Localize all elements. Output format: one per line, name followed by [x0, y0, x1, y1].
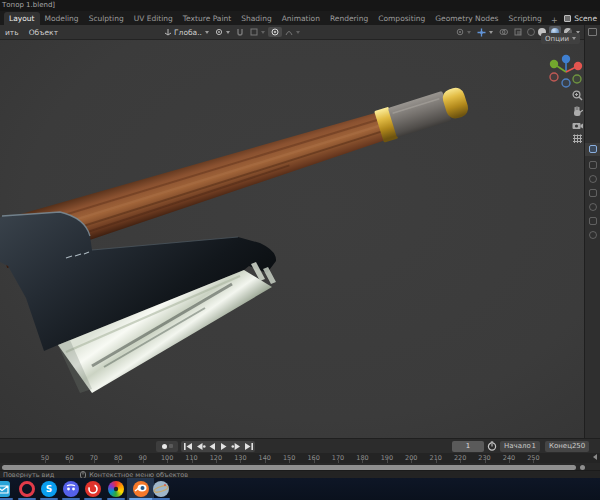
current-frame-value: 1 — [466, 442, 470, 450]
frame-end-field[interactable]: Конец 250 — [545, 441, 589, 452]
properties-tab-tool[interactable] — [589, 145, 597, 153]
discord-app-icon[interactable] — [63, 481, 79, 497]
tab-geometry-nodes[interactable]: Geometry Nodes — [430, 12, 503, 25]
orientation-axes-icon — [164, 28, 172, 36]
pan-hand-icon[interactable] — [571, 105, 584, 118]
workspace-tabs: LayoutModelingSculptingUV EditingTexture… — [0, 11, 562, 25]
orientation-dropdown[interactable]: Глоба.. — [161, 27, 212, 38]
chevron-down-icon — [296, 31, 300, 34]
xray-toggle[interactable] — [511, 27, 525, 37]
tab-rendering[interactable]: Rendering — [325, 12, 373, 25]
gizmo-x-neg[interactable] — [550, 73, 558, 81]
chevron-down-icon — [489, 31, 493, 34]
current-frame-field[interactable]: 1 — [452, 441, 484, 452]
frame-start-field[interactable]: Начало 1 — [500, 441, 540, 452]
prev-keyframe-button[interactable] — [194, 441, 206, 452]
tab-modeling[interactable]: Modeling — [40, 12, 84, 25]
windows-taskbar: S — [0, 478, 600, 500]
tab-sculpting[interactable]: Sculpting — [84, 12, 129, 25]
scene-selector[interactable]: Scene — [564, 12, 597, 24]
tab-layout[interactable]: Layout — [4, 12, 40, 25]
gizmos-dropdown[interactable] — [474, 27, 496, 38]
gizmo-y-axis[interactable] — [550, 60, 558, 68]
editor-type-icon[interactable] — [588, 28, 597, 36]
skype-app-icon[interactable]: S — [41, 481, 57, 497]
gizmo-z-axis[interactable] — [562, 55, 570, 63]
options-dropdown[interactable]: Опции — [541, 33, 580, 44]
xray-icon — [514, 28, 522, 36]
window-title: Топор 1.blend] — [2, 1, 55, 9]
overlays-icon — [499, 28, 508, 36]
menu-add-cut[interactable]: ить — [0, 28, 24, 37]
status-bar: Повернуть вид Контекстное меню объектов — [0, 470, 600, 478]
planet-app-icon[interactable] — [153, 481, 169, 497]
opera-app-icon[interactable] — [19, 481, 35, 497]
blender-active-tile[interactable] — [127, 478, 154, 500]
ortho-grid-icon[interactable] — [571, 133, 584, 146]
gizmo-icon — [477, 28, 486, 37]
timeline-header: 1 Начало 1 Конец 250 — [0, 439, 600, 453]
tab-texture-paint[interactable]: Texture Paint — [178, 12, 236, 25]
tab-animation[interactable]: Animation — [277, 12, 325, 25]
play-button[interactable] — [218, 441, 230, 452]
camera-view-icon[interactable] — [571, 119, 584, 132]
frame-end-value: 250 — [572, 442, 585, 450]
menu-object[interactable]: Объект — [24, 28, 63, 37]
properties-tab-render[interactable] — [589, 161, 597, 169]
tab-compositing[interactable]: Compositing — [373, 12, 430, 25]
snap-target-dropdown[interactable] — [247, 27, 268, 37]
play-reverse-button[interactable] — [206, 441, 218, 452]
scene-icon — [564, 15, 571, 22]
jump-to-start-button[interactable] — [182, 441, 194, 452]
mail-app-icon[interactable] — [0, 481, 10, 497]
axe-model — [0, 40, 584, 438]
timeline-scrollbar[interactable] — [2, 465, 576, 470]
pivot-icon — [215, 28, 223, 36]
viewport-3d[interactable]: Опции — [0, 40, 584, 438]
tab-scripting[interactable]: Scripting — [504, 12, 547, 25]
properties-tab-world[interactable] — [589, 203, 597, 211]
properties-tab-scene[interactable] — [589, 189, 597, 197]
jump-to-end-button[interactable] — [242, 441, 254, 452]
tab-uv-editing[interactable]: UV Editing — [129, 12, 178, 25]
timeline-ruler[interactable]: 5060708090100110120130140150160170180190… — [0, 453, 600, 463]
properties-tab-material[interactable] — [589, 231, 597, 239]
frame-end-label: Конец — [549, 442, 572, 450]
properties-panel-sliver — [584, 25, 600, 438]
zoom-icon[interactable] — [571, 89, 584, 102]
color-wheel-app-icon[interactable] — [108, 481, 124, 497]
auto-key-group[interactable] — [156, 441, 178, 452]
scene-label: Scene — [574, 14, 597, 23]
overlays-dropdown[interactable] — [496, 27, 511, 37]
red-app-icon[interactable] — [85, 481, 101, 497]
snap-toggle[interactable] — [233, 27, 247, 38]
properties-tab-object[interactable] — [589, 217, 597, 225]
frame-start-value: 1 — [532, 442, 536, 450]
chevron-down-icon — [467, 31, 471, 34]
visibility-icon — [456, 28, 464, 36]
properties-tab-output[interactable] — [589, 175, 597, 183]
chevron-down-icon — [205, 31, 209, 34]
gizmo-z-neg[interactable] — [562, 79, 570, 87]
gizmo-y-neg[interactable] — [573, 75, 581, 83]
next-keyframe-button[interactable] — [230, 441, 242, 452]
stopwatch-icon[interactable] — [487, 441, 497, 451]
options-label: Опции — [545, 35, 569, 43]
object-visibility-dropdown[interactable] — [453, 27, 474, 37]
falloff-icon — [285, 28, 293, 36]
keying-set-icon — [169, 444, 173, 448]
frame-start-label: Начало — [504, 442, 531, 450]
chevron-down-icon — [226, 31, 230, 34]
record-icon — [162, 444, 167, 449]
tab-shading[interactable]: Shading — [236, 12, 276, 25]
gizmo-x-axis[interactable] — [574, 62, 582, 70]
add-workspace-button[interactable]: + — [547, 16, 562, 25]
title-bar: Топор 1.blend] — [0, 0, 600, 11]
shading-wireframe-button[interactable] — [527, 28, 535, 36]
falloff-dropdown[interactable] — [282, 27, 303, 37]
chevron-down-icon — [261, 31, 265, 34]
blender-app-icon[interactable] — [133, 481, 149, 497]
pivot-dropdown[interactable] — [212, 27, 233, 37]
proportional-edit-toggle[interactable] — [268, 27, 282, 37]
collapse-arrow-icon[interactable] — [593, 454, 597, 460]
